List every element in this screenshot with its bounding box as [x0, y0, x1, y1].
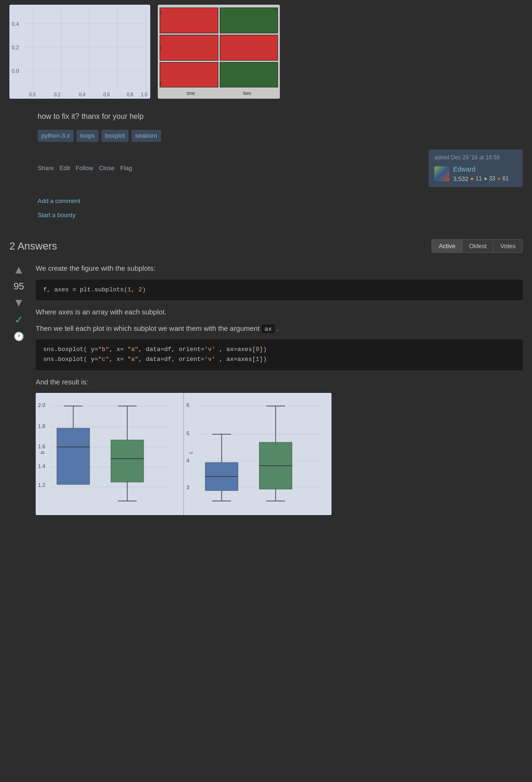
svg-text:0.4: 0.4	[79, 92, 85, 97]
answers-count: 2 Answers	[9, 238, 57, 254]
tag-boxplot[interactable]: boxplot	[101, 130, 129, 142]
user-rep: 3,532	[453, 174, 469, 184]
answers-header: 2 Answers Active Oldest Votes	[9, 238, 523, 254]
bronze-count: 61	[502, 174, 509, 183]
vote-count: 95	[14, 279, 24, 293]
svg-text:3: 3	[186, 485, 189, 490]
svg-text:1.8: 1.8	[38, 423, 45, 429]
svg-text:1.4: 1.4	[38, 463, 45, 469]
follow-link[interactable]: Follow	[76, 164, 93, 173]
svg-rect-29	[57, 428, 90, 485]
sort-votes-button[interactable]: Votes	[493, 240, 522, 252]
avatar	[434, 166, 449, 181]
answer-body: We create the figure with the subplots: …	[36, 263, 523, 515]
question-text: how to fix it? thanx for your help	[38, 111, 523, 122]
sort-oldest-button[interactable]: Oldest	[463, 240, 494, 252]
svg-text:0.0: 0.0	[12, 68, 19, 74]
svg-text:0.4: 0.4	[12, 21, 19, 27]
result-chart: 2.0 1.8 1.6 1.4 1.2 b	[36, 393, 332, 515]
gold-count: 11	[476, 174, 482, 183]
result-label: And the result is:	[36, 377, 523, 388]
accepted-checkmark-icon[interactable]: ✓	[15, 312, 23, 328]
inline-code-ax: ax	[262, 324, 275, 333]
tag-seaborn[interactable]: seaborn	[131, 130, 161, 142]
start-bounty-link[interactable]: Start a bounty	[38, 211, 523, 220]
vote-down-button[interactable]: ▼	[12, 296, 25, 309]
bronze-badge: ●	[497, 174, 501, 183]
sort-active-button[interactable]: Active	[432, 240, 462, 252]
svg-rect-33	[111, 440, 144, 482]
edit-link[interactable]: Edit	[60, 164, 70, 173]
answer-card: ▲ 95 ▼ ✓ 🕐 We create the figure with the…	[9, 263, 523, 515]
tags-container: python-3.x loops boxplot seaborn	[38, 130, 523, 142]
svg-text:c: c	[188, 451, 193, 454]
add-comment-link[interactable]: Add a comment	[38, 196, 523, 206]
svg-text:0.0: 0.0	[29, 92, 36, 97]
flag-link[interactable]: Flag	[120, 164, 132, 173]
tag-python[interactable]: python-3.x	[38, 130, 74, 142]
silver-badge: ●	[484, 174, 487, 183]
silver-count: 33	[489, 174, 495, 183]
answer-after-code1: Where axes is an array with each subplot…	[36, 307, 523, 318]
svg-text:2.0: 2.0	[38, 402, 45, 408]
sort-buttons: Active Oldest Votes	[432, 239, 523, 253]
question-actions: Share Edit Follow Close Flag asked Dec 2…	[38, 149, 523, 188]
vote-column: ▲ 95 ▼ ✓ 🕐	[9, 263, 28, 515]
user-name[interactable]: Edward	[453, 164, 509, 174]
svg-text:0.6: 0.6	[103, 92, 110, 97]
close-link[interactable]: Close	[99, 164, 115, 173]
svg-text:0.2: 0.2	[54, 92, 61, 97]
svg-text:5: 5	[186, 430, 189, 436]
svg-text:6: 6	[186, 402, 189, 408]
svg-text:1.0: 1.0	[141, 92, 147, 97]
share-link[interactable]: Share	[38, 164, 54, 173]
svg-text:0.2: 0.2	[12, 45, 19, 50]
svg-text:0.8: 0.8	[127, 92, 133, 97]
gold-badge: ●	[470, 174, 474, 183]
answer-before-code2: Then we tell each plot in which subplot …	[36, 323, 523, 334]
svg-text:1.6: 1.6	[38, 444, 45, 449]
svg-text:1.2: 1.2	[38, 482, 45, 488]
user-info: Edward 3,532 ● 11 ● 33 ● 61	[434, 164, 517, 184]
asked-info-box: asked Dec 29 '16 at 16:59 Edward 3,532 ●…	[429, 149, 523, 188]
code-block-2: sns.boxplot( y="b", x= "a", data=df, ori…	[36, 339, 523, 370]
vote-up-button[interactable]: ▲	[12, 263, 25, 276]
asked-label: asked Dec 29 '16 at 16:59	[434, 153, 517, 162]
code-block-1: f, axes = plt.subplots(1, 2)	[36, 280, 523, 301]
edit-history-icon[interactable]: 🕐	[14, 330, 24, 343]
svg-text:4: 4	[186, 458, 189, 463]
tag-loops[interactable]: loops	[77, 130, 99, 142]
answer-intro: We create the figure with the subplots:	[36, 263, 523, 274]
rep-badges: 3,532 ● 11 ● 33 ● 61	[453, 174, 509, 184]
svg-text:b: b	[39, 451, 45, 454]
